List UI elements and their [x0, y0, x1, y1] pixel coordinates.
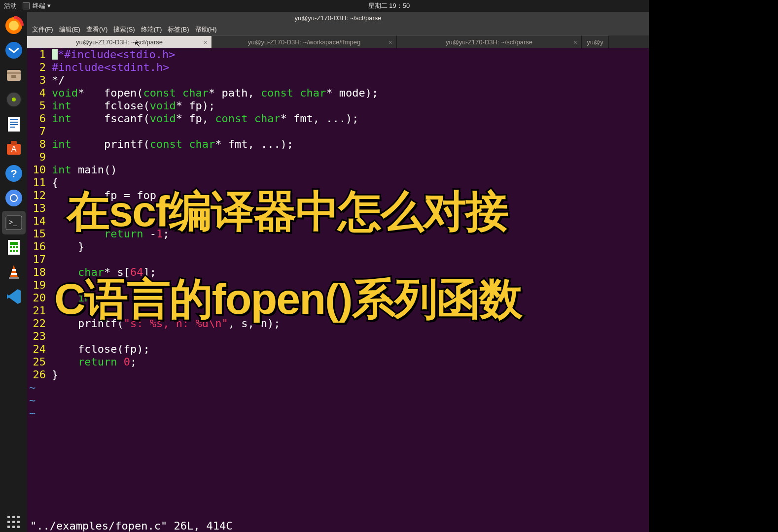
vim-status-line: "../examples/fopen.c" 26L, 414C [27, 519, 649, 532]
menu-help[interactable]: 帮助(H) [193, 24, 219, 35]
clock[interactable]: 星期二 19：50 [368, 1, 410, 10]
menu-search[interactable]: 搜索(S) [111, 24, 137, 35]
svg-point-21 [11, 195, 17, 201]
terminal-tab[interactable]: yu@y [582, 35, 609, 48]
svg-rect-12 [10, 124, 18, 125]
chromium-icon[interactable] [2, 186, 26, 210]
calc-icon[interactable] [2, 235, 26, 259]
svg-rect-25 [10, 242, 18, 245]
close-tab-icon[interactable]: × [389, 38, 392, 46]
svg-point-8 [12, 98, 16, 101]
svg-text:?: ? [10, 167, 17, 180]
menu-tabs[interactable]: 标签(B) [166, 24, 191, 35]
close-tab-icon[interactable]: × [573, 38, 577, 46]
terminal-icon-dock[interactable]: >_ [2, 211, 26, 234]
vlc-icon[interactable] [2, 260, 26, 284]
tab-bar: yu@yu-Z170-D3H: ~/scf/parse×yu@yu-Z170-D… [27, 35, 649, 48]
thunderbird-icon[interactable] [2, 38, 26, 62]
svg-rect-32 [12, 269, 16, 271]
help-icon[interactable]: ? [2, 162, 26, 185]
terminal-tab[interactable]: yu@yu-Z170-D3H: ~/scf/parse× [27, 35, 212, 48]
firefox-icon[interactable] [2, 14, 26, 37]
window-titlebar[interactable]: yu@yu-Z170-D3H: ~/scf/parse [27, 12, 649, 24]
terminal-tab[interactable]: yu@yu-Z170-D3H: ~/workspace/ffmpeg× [212, 35, 397, 48]
svg-rect-29 [10, 250, 12, 252]
svg-rect-26 [10, 246, 12, 248]
writer-icon[interactable] [2, 112, 26, 136]
menu-file[interactable]: 文件(F) [30, 24, 55, 35]
terminal-window: yu@yu-Z170-D3H: ~/scf/parse 文件(F) 编辑(E) … [27, 12, 649, 532]
svg-rect-31 [16, 250, 18, 252]
menu-view[interactable]: 查看(V) [84, 24, 109, 35]
svg-point-2 [5, 42, 22, 59]
line-numbers: 1234567891011121314151617181920212223242… [27, 48, 51, 519]
svg-rect-15 [11, 141, 17, 145]
dock: A ? >_ [0, 12, 27, 532]
svg-rect-27 [13, 246, 15, 248]
show-apps-icon[interactable] [7, 516, 20, 528]
close-tab-icon[interactable]: × [204, 38, 208, 46]
files-icon[interactable] [2, 63, 26, 87]
svg-text:>_: >_ [9, 218, 17, 226]
menu-edit[interactable]: 编辑(E) [57, 24, 82, 35]
svg-rect-30 [13, 250, 15, 252]
svg-point-1 [9, 21, 19, 31]
svg-rect-33 [11, 273, 17, 275]
disk-utility-icon[interactable] [2, 88, 26, 111]
vscode-icon[interactable] [2, 285, 26, 308]
svg-rect-28 [16, 246, 18, 248]
svg-text:A: A [11, 145, 16, 153]
editor-area[interactable]: 1234567891011121314151617181920212223242… [27, 48, 649, 519]
activities-button[interactable]: 活动 [4, 1, 17, 10]
terminal-tab[interactable]: yu@yu-Z170-D3H: ~/scf/parse× [397, 35, 582, 48]
app-menu[interactable]: 终端 ▾ [23, 1, 51, 10]
svg-rect-34 [9, 277, 19, 279]
code-content[interactable]: *#include<stdio.h>#include<stdint.h>*/vo… [51, 48, 649, 519]
menu-terminal[interactable]: 终端(T) [139, 24, 164, 35]
svg-rect-5 [11, 75, 16, 78]
software-icon[interactable]: A [2, 137, 26, 161]
svg-rect-11 [10, 122, 18, 123]
svg-rect-10 [10, 119, 18, 120]
menubar: 文件(F) 编辑(E) 查看(V) 搜索(S) 终端(T) 标签(B) 帮助(H… [27, 24, 649, 35]
svg-rect-4 [7, 72, 21, 74]
svg-rect-13 [10, 127, 15, 128]
terminal-icon [23, 2, 30, 9]
